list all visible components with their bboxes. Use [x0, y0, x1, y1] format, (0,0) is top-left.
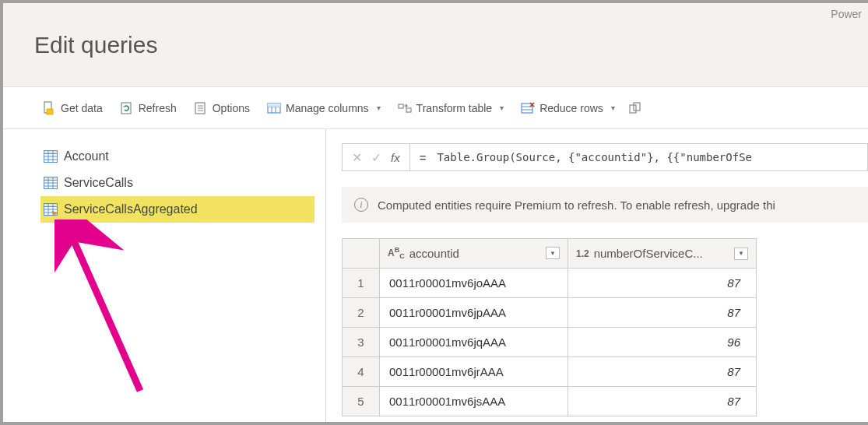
query-item-label: Account	[64, 149, 109, 163]
formula-equals: =	[420, 151, 427, 164]
svg-rect-22	[44, 151, 58, 154]
refresh-label: Refresh	[139, 102, 177, 114]
reduce-rows-label: Reduce rows	[539, 102, 603, 114]
table-row[interactable]: 4 0011r00001mv6jrAAA 87	[343, 357, 757, 387]
reduce-rows-button[interactable]: Reduce rows ▾	[515, 98, 621, 118]
table-icon	[44, 177, 58, 189]
options-button[interactable]: Options	[188, 98, 256, 118]
table-row[interactable]: 1 0011r00001mv6joAAA 87	[343, 269, 757, 298]
row-number: 2	[343, 298, 380, 328]
cell-number[interactable]: 87	[568, 357, 757, 387]
table-icon	[44, 150, 58, 163]
query-item-account[interactable]: Account	[40, 143, 315, 170]
get-data-button[interactable]: Get data	[36, 98, 109, 118]
row-number: 3	[343, 328, 380, 357]
query-item-label: ServiceCalls	[64, 176, 133, 190]
svg-rect-20	[634, 103, 640, 111]
type-text-icon: ABC	[388, 247, 405, 260]
column-filter-button[interactable]: ▼	[734, 248, 748, 260]
type-decimal-icon: 1.2	[576, 249, 589, 258]
formula-bar: ✕ ✓ fx = Table.Group(Source, {"accountid…	[342, 143, 868, 171]
header: Edit queries Power	[3, 3, 868, 87]
file-add-icon	[42, 101, 56, 115]
cell-accountid[interactable]: 0011r00001mv6jqAAA	[380, 328, 568, 357]
query-item-servicecallsaggregated[interactable]: ServiceCallsAggregated	[40, 196, 315, 223]
transform-table-button[interactable]: Transform table ▾	[392, 98, 511, 118]
chevron-down-icon: ▾	[377, 104, 381, 112]
svg-line-39	[69, 229, 140, 391]
editor-main: ✕ ✓ fx = Table.Group(Source, {"accountid…	[326, 129, 868, 422]
svg-rect-13	[406, 108, 411, 112]
combine-icon	[629, 101, 643, 115]
column-header-accountid[interactable]: ABC accountid ▼	[380, 239, 568, 269]
table-columns-icon	[267, 101, 281, 115]
formula-commit-icon[interactable]: ✓	[371, 150, 381, 165]
row-number: 1	[343, 269, 380, 298]
table-row[interactable]: 3 0011r00001mv6jqAAA 96	[343, 328, 757, 357]
transform-table-label: Transform table	[416, 102, 493, 114]
query-item-label: ServiceCallsAggregated	[64, 202, 198, 216]
cell-number[interactable]: 87	[568, 387, 757, 416]
column-header-numberofservicec[interactable]: 1.2 numberOfServiceC... ▼	[568, 239, 757, 269]
column-filter-button[interactable]: ▼	[546, 247, 560, 259]
reduce-rows-icon	[521, 101, 535, 115]
row-number: 4	[343, 357, 380, 387]
svg-rect-1	[47, 109, 53, 114]
options-label: Options	[213, 102, 250, 114]
toolbar: Get data Refresh Options Manage columns …	[3, 87, 868, 129]
formula-cancel-icon[interactable]: ✕	[352, 150, 362, 165]
annotation-arrow	[54, 220, 179, 406]
body: Account ServiceCalls ServiceCallsAggrega…	[3, 129, 868, 422]
table-row[interactable]: 5 0011r00001mv6jsAAA 87	[343, 387, 757, 416]
column-name: accountid	[409, 247, 459, 260]
page-title: Edit queries	[34, 32, 157, 58]
cell-number[interactable]: 96	[568, 328, 757, 357]
svg-rect-34	[44, 204, 58, 207]
cell-accountid[interactable]: 0011r00001mv6jrAAA	[380, 357, 568, 387]
svg-rect-12	[399, 104, 403, 108]
grid-corner	[343, 239, 380, 269]
options-icon	[194, 101, 208, 115]
svg-rect-14	[522, 104, 532, 113]
transform-icon	[398, 101, 412, 115]
query-item-servicecalls[interactable]: ServiceCalls	[40, 170, 315, 196]
more-button[interactable]	[626, 98, 646, 118]
svg-rect-2	[121, 103, 131, 114]
fx-label: fx	[391, 151, 400, 164]
manage-columns-button[interactable]: Manage columns ▾	[261, 98, 387, 118]
row-number: 5	[343, 387, 380, 416]
computed-table-icon	[44, 203, 58, 216]
cell-accountid[interactable]: 0011r00001mv6jpAAA	[380, 298, 568, 328]
chevron-down-icon: ▾	[500, 104, 504, 112]
brand-label: Power	[831, 8, 862, 20]
premium-info-banner: i Computed entities require Premium to r…	[342, 187, 868, 223]
cell-number[interactable]: 87	[568, 298, 757, 328]
cell-accountid[interactable]: 0011r00001mv6joAAA	[380, 269, 568, 298]
cell-accountid[interactable]: 0011r00001mv6jsAAA	[380, 387, 568, 416]
svg-rect-28	[44, 177, 58, 181]
refresh-button[interactable]: Refresh	[114, 98, 183, 118]
data-grid: ABC accountid ▼ 1.2 numberOfServiceC... …	[342, 238, 757, 416]
column-name: numberOfServiceC...	[594, 247, 703, 260]
svg-rect-11	[268, 104, 280, 107]
cell-number[interactable]: 87	[568, 269, 757, 298]
formula-text: Table.Group(Source, {"accountid"}, {{"nu…	[437, 151, 752, 163]
queries-sidebar: Account ServiceCalls ServiceCallsAggrega…	[3, 129, 326, 422]
chevron-down-icon: ▾	[611, 104, 615, 112]
table-row[interactable]: 2 0011r00001mv6jpAAA 87	[343, 298, 757, 328]
refresh-icon	[120, 101, 134, 115]
formula-input[interactable]: = Table.Group(Source, {"accountid"}, {{"…	[409, 143, 868, 171]
formula-controls: ✕ ✓ fx	[342, 143, 409, 171]
svg-rect-19	[630, 105, 636, 113]
banner-text: Computed entities require Premium to ref…	[378, 198, 775, 212]
get-data-label: Get data	[61, 102, 103, 114]
info-icon: i	[354, 198, 368, 212]
manage-columns-label: Manage columns	[286, 102, 369, 114]
